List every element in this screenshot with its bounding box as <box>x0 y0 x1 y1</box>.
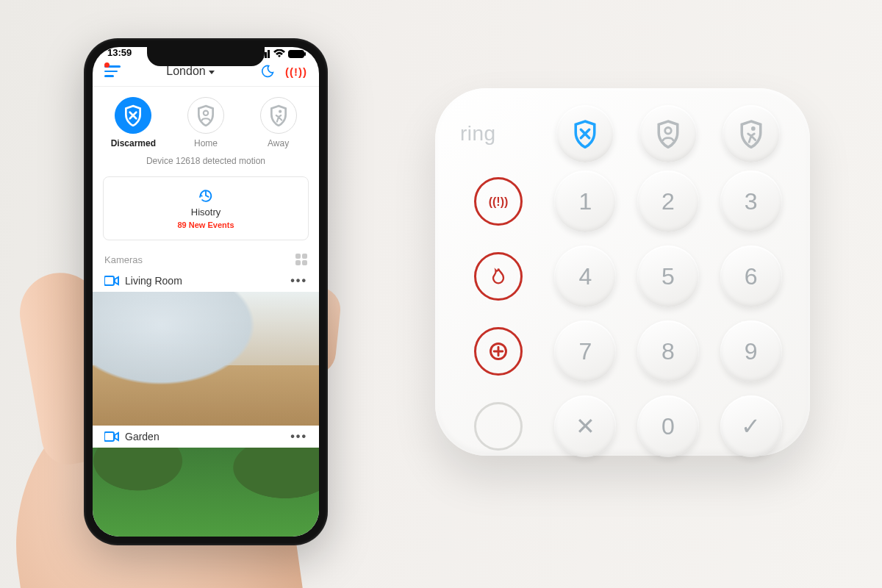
keypad-key-6[interactable]: 6 <box>720 245 782 307</box>
keypad-blank-button[interactable] <box>474 402 523 451</box>
svg-rect-2 <box>265 52 267 58</box>
phone-notch <box>147 47 265 66</box>
camera-icon <box>104 276 119 286</box>
menu-button[interactable] <box>104 65 121 77</box>
status-time: 13:59 <box>107 47 132 58</box>
keypad-medical-button[interactable] <box>474 327 523 376</box>
keypad-key-cancel[interactable]: ✕ <box>554 395 616 457</box>
keypad-key-0[interactable]: 0 <box>637 395 699 457</box>
history-card[interactable]: Hisotry 89 New Events <box>103 176 309 240</box>
mode-disarmed[interactable]: Discarmed <box>97 97 169 148</box>
phone-frame: 13:59 London <box>84 38 328 545</box>
keypad-key-8[interactable]: 8 <box>637 320 699 382</box>
location-label: London <box>166 65 205 78</box>
shield-x-icon <box>115 97 151 134</box>
alarm-mode-row: Discarmed Home Away <box>93 87 319 156</box>
svg-point-9 <box>751 126 756 131</box>
keypad-key-3[interactable]: 3 <box>720 171 782 232</box>
camera-preview-living-room[interactable] <box>93 292 319 426</box>
alarm-button[interactable]: ((!)) <box>285 65 307 78</box>
keypad-key-confirm[interactable]: ✓ <box>720 395 782 457</box>
mode-home[interactable]: Home <box>170 97 242 148</box>
cameras-section-header: Kameras <box>93 251 319 270</box>
do-not-disturb-button[interactable] <box>260 64 275 79</box>
camera-name: Living Room <box>125 275 182 287</box>
ring-keypad-device: ring ((!)) 1 2 3 4 5 6 7 8 9 ✕ 0 ✓ <box>435 88 810 456</box>
svg-point-8 <box>665 128 672 135</box>
keypad-key-4[interactable]: 4 <box>554 245 616 307</box>
keypad-mode-away[interactable] <box>723 105 780 162</box>
svg-text:((!)): ((!)) <box>489 196 509 208</box>
history-label: Hisotry <box>191 207 220 218</box>
keypad-brand-label: ring <box>460 122 496 146</box>
mode-disarmed-label: Discarmed <box>111 138 156 148</box>
camera-item-living-room[interactable]: Living Room ••• <box>93 270 319 426</box>
keypad-mode-home[interactable] <box>639 105 697 162</box>
camera-preview-garden[interactable] <box>93 448 319 537</box>
svg-rect-6 <box>104 276 114 285</box>
keypad-key-2[interactable]: 2 <box>637 171 699 232</box>
motion-status-text: Device 12618 detected motion <box>93 156 319 173</box>
location-selector[interactable]: London <box>166 65 214 78</box>
camera-item-garden[interactable]: Garden ••• <box>93 426 319 537</box>
svg-rect-7 <box>104 432 114 441</box>
keypad-key-1[interactable]: 1 <box>554 171 616 232</box>
grid-view-button[interactable] <box>295 254 307 265</box>
shield-running-icon <box>260 97 297 134</box>
phone-screen: 13:59 London <box>93 47 319 537</box>
keypad-key-7[interactable]: 7 <box>554 320 616 382</box>
mode-away[interactable]: Away <box>243 97 315 148</box>
keypad-key-5[interactable]: 5 <box>637 245 699 307</box>
history-events-count: 89 New Events <box>177 220 234 229</box>
mode-home-label: Home <box>194 138 218 148</box>
camera-more-button[interactable]: ••• <box>290 274 307 287</box>
notification-dot-icon <box>104 62 110 68</box>
keypad-mode-disarm[interactable] <box>556 105 614 162</box>
battery-icon <box>288 50 304 58</box>
svg-point-4 <box>204 111 208 115</box>
cameras-section-label: Kameras <box>104 254 143 265</box>
camera-name: Garden <box>125 431 159 442</box>
mode-away-label: Away <box>268 138 289 148</box>
svg-point-5 <box>279 110 282 113</box>
keypad-key-9[interactable]: 9 <box>720 320 782 382</box>
keypad-fire-button[interactable] <box>474 252 523 301</box>
svg-rect-3 <box>268 50 270 58</box>
chevron-down-icon <box>209 71 215 74</box>
history-icon <box>198 187 214 204</box>
camera-icon <box>104 431 119 442</box>
wifi-icon <box>273 49 285 58</box>
shield-person-icon <box>187 97 224 134</box>
keypad-panic-button[interactable]: ((!)) <box>474 177 523 226</box>
camera-more-button[interactable]: ••• <box>290 430 307 443</box>
